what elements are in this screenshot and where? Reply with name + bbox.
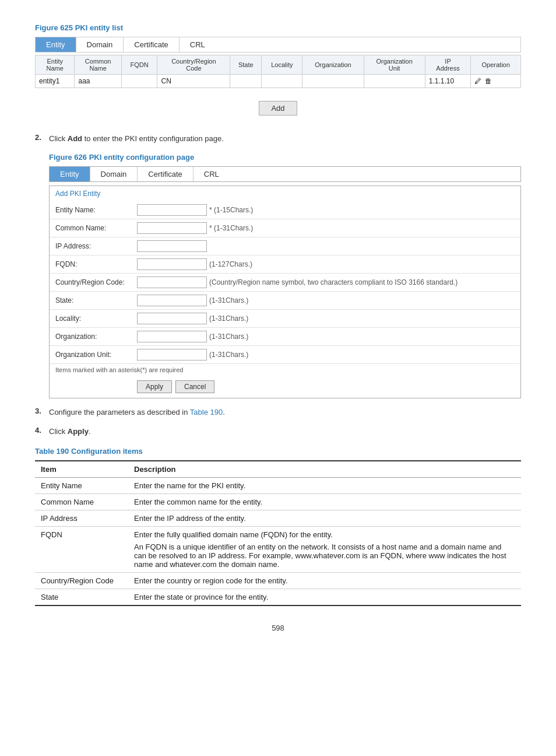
col-fqdn: FQDN: [121, 55, 157, 75]
cell-country: CN: [157, 75, 230, 88]
col-org-unit: OrganizationUnit: [364, 55, 425, 75]
tab-entity-626[interactable]: Entity: [50, 167, 90, 181]
input-locality[interactable]: [137, 313, 207, 324]
label-fqdn: FQDN:: [55, 258, 137, 268]
desc-fqdn: Enter the fully qualified domain name (F…: [128, 526, 521, 572]
input-ip[interactable]: [137, 240, 207, 252]
label-country: Country/Region Code:: [55, 276, 137, 286]
cell-operation[interactable]: 🖉 🗑: [471, 75, 521, 88]
hint-country: (Country/Region name symbol, two charact…: [209, 276, 458, 286]
table-row: entity1 aaa CN 1.1.1.10 🖉 🗑: [36, 75, 521, 88]
col-operation: Operation: [471, 55, 521, 75]
hint-common-name: * (1-31Chars.): [209, 222, 253, 232]
form-buttons: Apply Cancel: [50, 377, 520, 398]
input-organization[interactable]: [137, 331, 207, 342]
form-row-organization: Organization: (1-31Chars.): [50, 328, 520, 346]
item-country: Country/Region Code: [35, 572, 128, 589]
tab-crl-626[interactable]: CRL: [193, 167, 230, 181]
label-locality: Locality:: [55, 313, 137, 323]
tab-certificate-626[interactable]: Certificate: [138, 167, 193, 181]
input-fqdn[interactable]: [137, 258, 207, 270]
step3: 3. Configure the parameters as described…: [35, 407, 521, 418]
tab-domain-625[interactable]: Domain: [76, 37, 124, 52]
table190-title: Table 190 Configuration items: [35, 447, 521, 456]
cell-org: [302, 75, 364, 88]
edit-icon[interactable]: 🖉: [474, 77, 481, 85]
delete-icon[interactable]: 🗑: [485, 77, 492, 85]
step2-number: 2.: [35, 133, 49, 142]
table-row: Entity Name Enter the name for the PKI e…: [35, 477, 521, 494]
input-common-name[interactable]: [137, 222, 207, 234]
tab-domain-626[interactable]: Domain: [90, 167, 138, 181]
input-area-fqdn: (1-127Chars.): [137, 258, 515, 270]
col-locality: Locality: [262, 55, 302, 75]
form-row-common-name: Common Name: * (1-31Chars.): [50, 219, 520, 237]
form-footnote: Items marked with an asterisk(*) are req…: [50, 364, 520, 377]
input-entity-name[interactable]: [137, 204, 207, 216]
cell-ip: 1.1.1.10: [425, 75, 471, 88]
desc-state: Enter the state or province for the enti…: [128, 589, 521, 606]
input-area-common-name: * (1-31Chars.): [137, 222, 515, 234]
form-section-title: Add PKI Entity: [50, 186, 520, 201]
cancel-button[interactable]: Cancel: [175, 380, 214, 393]
item-common-name: Common Name: [35, 494, 128, 510]
step2: 2. Click Add to enter the PKI entity con…: [35, 133, 521, 145]
step4-bold: Apply: [68, 427, 89, 436]
table-row: State Enter the state or province for th…: [35, 589, 521, 606]
form-row-country: Country/Region Code: (Country/Region nam…: [50, 274, 520, 292]
step4: 4. Click Apply.: [35, 426, 521, 438]
label-organization: Organization:: [55, 331, 137, 341]
input-state[interactable]: [137, 295, 207, 306]
col-organization: Organization: [302, 55, 364, 75]
step3-text: Configure the parameters as described in…: [49, 407, 225, 418]
input-area-organization: (1-31Chars.): [137, 331, 515, 342]
table-row: FQDN Enter the fully qualified domain na…: [35, 526, 521, 572]
add-entity-button[interactable]: Add: [259, 101, 297, 116]
step3-suffix: .: [223, 408, 225, 416]
desc-common-name: Enter the common name for the entity.: [128, 494, 521, 510]
input-org-unit[interactable]: [137, 349, 207, 360]
step4-number: 4.: [35, 426, 49, 435]
table190-link[interactable]: Table 190: [190, 408, 223, 416]
input-area-locality: (1-31Chars.): [137, 313, 515, 324]
cell-entity-name: entity1: [36, 75, 75, 88]
label-ip: IP Address:: [55, 240, 137, 250]
figure625-title: Figure 625 PKI entity list: [35, 23, 521, 32]
figure626-tabs: Entity Domain Certificate CRL: [49, 166, 521, 182]
figure625-tabs: Entity Domain Certificate CRL: [35, 37, 521, 52]
hint-organization: (1-31Chars.): [209, 331, 248, 341]
tab-crl-625[interactable]: CRL: [180, 37, 216, 52]
cell-org-unit: [364, 75, 425, 88]
entity-list-table: EntityName CommonName FQDN Country/Regio…: [35, 55, 521, 88]
tab-certificate-625[interactable]: Certificate: [124, 37, 180, 52]
step4-text: Click Apply.: [49, 426, 91, 438]
form-row-fqdn: FQDN: (1-127Chars.): [50, 256, 520, 274]
cell-state: [230, 75, 262, 88]
figure625-section: Figure 625 PKI entity list Entity Domain…: [35, 23, 521, 123]
step2-text: Click Add to enter the PKI entity config…: [49, 133, 224, 145]
label-org-unit: Organization Unit:: [55, 349, 137, 359]
item-state: State: [35, 589, 128, 606]
input-country[interactable]: [137, 276, 207, 288]
col-description: Description: [128, 461, 521, 478]
figure626-title: Figure 626 PKI entity configuration page: [49, 153, 521, 162]
hint-fqdn: (1-127Chars.): [209, 258, 252, 268]
desc-entity-name: Enter the name for the PKI entity.: [128, 477, 521, 494]
item-fqdn: FQDN: [35, 526, 128, 572]
item-entity-name: Entity Name: [35, 477, 128, 494]
form-row-org-unit: Organization Unit: (1-31Chars.): [50, 346, 520, 364]
desc-country: Enter the country or region code for the…: [128, 572, 521, 589]
step3-prefix: Configure the parameters as described in: [49, 408, 190, 416]
page-number: 598: [35, 624, 521, 632]
cell-fqdn: [121, 75, 157, 88]
apply-button[interactable]: Apply: [137, 380, 172, 393]
col-ip: IPAddress: [425, 55, 471, 75]
table-row: Country/Region Code Enter the country or…: [35, 572, 521, 589]
input-area-state: (1-31Chars.): [137, 295, 515, 306]
input-area-ip: [137, 240, 515, 252]
cell-locality: [262, 75, 302, 88]
hint-locality: (1-31Chars.): [209, 313, 248, 323]
label-common-name: Common Name:: [55, 222, 137, 232]
add-button-row: Add: [35, 94, 521, 123]
tab-entity-625[interactable]: Entity: [36, 37, 76, 52]
